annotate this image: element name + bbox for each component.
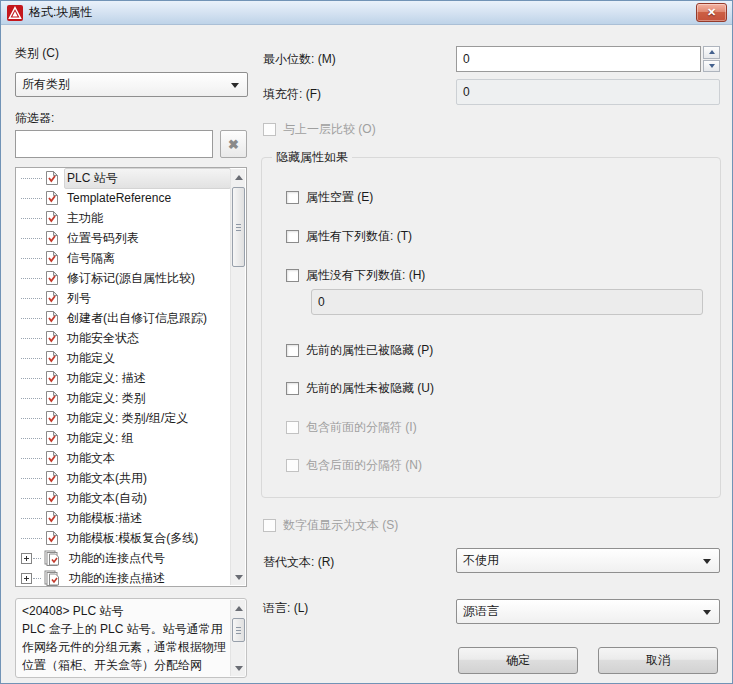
tree-item[interactable]: TemplateReference <box>16 188 231 208</box>
arrow-down-icon <box>709 64 715 68</box>
previous-not-hidden-checkbox[interactable]: 先前的属性未被隐藏 (U) <box>286 380 434 397</box>
tree-scrollbar[interactable] <box>230 169 245 585</box>
compare-upper-level-label: 与上一层比较 (O) <box>283 121 376 138</box>
tree-connector <box>21 278 42 279</box>
alt-text-select[interactable]: 不使用 <box>456 548 720 573</box>
close-button[interactable]: ✕ <box>696 3 727 22</box>
language-select[interactable]: 源语言 <box>456 599 720 624</box>
min-digits-input[interactable]: 0 <box>456 46 701 72</box>
cancel-button[interactable]: 取消 <box>598 647 718 674</box>
tree-item-label: PLC 站号 <box>64 168 231 189</box>
tree-item[interactable]: 功能文本 <box>16 448 231 468</box>
tree-item[interactable]: 功能模板:模板复合(多线) <box>16 528 231 548</box>
description-scrollbar-thumb[interactable] <box>232 618 245 642</box>
tree-item[interactable]: 信号隔离 <box>16 248 231 268</box>
title-bar[interactable]: 格式:块属性 ✕ <box>1 1 732 25</box>
scroll-up-icon[interactable] <box>232 170 245 184</box>
attribute-empty-checkbox[interactable]: 属性空置 (E) <box>286 189 373 206</box>
checkbox-icon <box>286 344 299 357</box>
tree-connector <box>21 258 42 259</box>
tree-item-label: 列号 <box>64 288 231 309</box>
tree-item[interactable]: 功能模板:描述 <box>16 508 231 528</box>
alt-text-label: 替代文本: (R) <box>263 554 334 571</box>
previous-not-hidden-label: 先前的属性未被隐藏 (U) <box>306 380 434 397</box>
tree-item[interactable]: 功能的连接点代号 <box>16 548 231 568</box>
tree-item-label: 功能定义: 组 <box>64 428 231 449</box>
tree-item[interactable]: 功能定义 <box>16 348 231 368</box>
scroll-down-icon[interactable] <box>232 570 245 584</box>
tree-item[interactable]: 位置号码列表 <box>16 228 231 248</box>
numeric-as-text-label: 数字值显示为文本 (S) <box>283 517 398 534</box>
document-check-icon <box>45 250 59 266</box>
filter-clear-button[interactable]: ✖ <box>220 130 247 158</box>
tree-connector <box>21 378 42 379</box>
chevron-down-icon <box>703 610 711 615</box>
tree-item[interactable]: 列号 <box>16 288 231 308</box>
tree-scrollbar-thumb[interactable] <box>232 187 245 267</box>
attribute-not-has-values-checkbox[interactable]: 属性没有下列数值: (H) <box>286 267 425 284</box>
language-selected-value: 源语言 <box>463 603 499 620</box>
category-select[interactable]: 所有类别 <box>15 72 248 97</box>
scroll-up-icon[interactable] <box>232 601 245 615</box>
tree-connector <box>21 238 42 239</box>
checkbox-icon <box>286 230 299 243</box>
tree-item-label: 功能定义 <box>64 348 231 369</box>
not-has-value-input[interactable]: 0 <box>311 289 703 315</box>
tree-item[interactable]: 功能文本(自动) <box>16 488 231 508</box>
tree-connector <box>21 538 42 539</box>
tree-item[interactable]: 功能定义: 类别 <box>16 388 231 408</box>
tree-item-label: 功能的连接点代号 <box>66 548 231 569</box>
filter-input[interactable] <box>15 130 213 158</box>
tree-item-label: 信号隔离 <box>64 248 231 269</box>
tree-connector <box>21 458 42 459</box>
tree-item-label: 功能文本(共用) <box>64 468 231 489</box>
chevron-down-icon <box>703 559 711 564</box>
category-label: 类别 (C) <box>15 45 59 62</box>
tree-connector <box>21 518 42 519</box>
document-check-icon <box>45 450 59 466</box>
alt-text-selected-value: 不使用 <box>463 552 499 569</box>
tree-item[interactable]: 功能定义: 类别/组/定义 <box>16 408 231 428</box>
checkbox-icon <box>263 519 276 532</box>
fill-char-input[interactable]: 0 <box>456 79 720 105</box>
chevron-down-icon <box>231 83 239 88</box>
spin-down-button[interactable] <box>703 60 720 73</box>
tree-item[interactable]: 功能安全状态 <box>16 328 231 348</box>
tree-item[interactable]: 功能文本(共用) <box>16 468 231 488</box>
tree-item[interactable]: 功能定义: 描述 <box>16 368 231 388</box>
min-digits-spinner: 0 <box>456 46 720 72</box>
tree-items-container: PLC 站号TemplateReference主功能位置号码列表信号隔离修订标记… <box>16 168 231 586</box>
tree-item-label: 主功能 <box>64 208 231 229</box>
checkbox-icon <box>286 459 299 472</box>
document-check-icon <box>45 290 59 306</box>
tree-connector <box>33 578 41 579</box>
description-scrollbar[interactable] <box>230 600 245 676</box>
document-check-icon <box>45 370 59 386</box>
previous-hidden-checkbox[interactable]: 先前的属性已被隐藏 (P) <box>286 342 433 359</box>
attribute-empty-label: 属性空置 (E) <box>306 189 373 206</box>
filter-label: 筛选器: <box>15 110 54 127</box>
tree-item[interactable]: 功能的连接点描述 <box>16 568 231 587</box>
tree-item[interactable]: 创建者(出自修订信息跟踪) <box>16 308 231 328</box>
arrow-up-icon <box>709 50 715 54</box>
tree-item[interactable]: PLC 站号 <box>16 168 231 188</box>
spin-up-button[interactable] <box>703 46 720 59</box>
tree-item[interactable]: 修订标记(源自属性比较) <box>16 268 231 288</box>
document-check-icon <box>45 510 59 526</box>
ok-button[interactable]: 确定 <box>458 647 578 674</box>
attribute-has-values-checkbox[interactable]: 属性有下列数值: (T) <box>286 228 412 245</box>
attribute-not-has-values-label: 属性没有下列数值: (H) <box>306 267 425 284</box>
tree-item-label: 功能的连接点描述 <box>66 568 231 588</box>
document-check-icon <box>45 270 59 286</box>
tree-item[interactable]: 主功能 <box>16 208 231 228</box>
expand-plus-icon[interactable] <box>21 553 32 564</box>
tree-item-label: TemplateReference <box>64 189 231 207</box>
include-separator-after-label: 包含后面的分隔符 (N) <box>306 457 422 474</box>
expand-plus-icon[interactable] <box>21 573 32 584</box>
checkbox-icon <box>263 123 276 136</box>
scroll-down-icon[interactable] <box>232 661 245 675</box>
numeric-as-text-checkbox: 数字值显示为文本 (S) <box>263 517 398 534</box>
tree-connector <box>21 178 42 179</box>
tree-item[interactable]: 功能定义: 组 <box>16 428 231 448</box>
clear-x-icon: ✖ <box>228 137 239 152</box>
